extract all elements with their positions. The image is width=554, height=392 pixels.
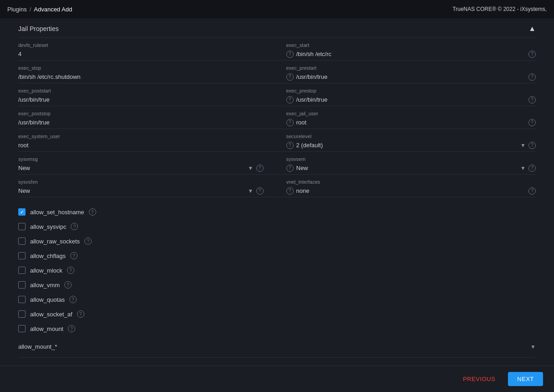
checkbox-help-allow_mount[interactable]: ?: [68, 325, 75, 332]
exec-prestart-value: /usr/bin/true: [296, 72, 328, 81]
exec-poststop-value: /usr/bin/true: [18, 118, 264, 127]
exec-prestart-help-icon[interactable]: ?: [286, 73, 294, 81]
checkbox-label-allow_socket_af: allow_socket_af: [30, 311, 72, 318]
exec-start-value: /bin/sh /etc/rc: [296, 50, 331, 58]
jail-properties-section-header: Jail Properties ▲: [18, 18, 536, 38]
checkbox-row-allow_quotas: allow_quotas?: [18, 292, 536, 307]
exec-start-help-icon[interactable]: ?: [286, 51, 294, 58]
breadcrumb-current: Advanced Add: [34, 6, 72, 13]
exec-jail-user-with-help: ? root: [286, 118, 306, 127]
sysvmsg-help-icon[interactable]: ?: [256, 165, 264, 172]
exec-start-with-help: ? /bin/sh /etc/rc: [286, 50, 331, 58]
exec-jail-user-help-icon[interactable]: ?: [286, 119, 294, 126]
checkbox-help-allow_mlock[interactable]: ?: [67, 267, 74, 274]
sysvshm-value: New: [18, 186, 30, 195]
checkbox-help-allow_socket_af[interactable]: ?: [77, 310, 84, 318]
exec-prestop-with-help: ? /usr/bin/true: [286, 95, 328, 104]
securelevel-label: securelevel: [286, 134, 536, 139]
securelevel-help-icon-right[interactable]: ?: [528, 142, 536, 149]
exec-start-cell: exec_start ? /bin/sh /etc/rc ?: [277, 38, 536, 61]
exec-start-label: exec_start: [286, 42, 536, 48]
allow-mount-field: allow_mount_*▼: [18, 340, 536, 354]
checkbox-row-allow_raw_sockets: allow_raw_sockets?: [18, 234, 536, 248]
checkbox-label-allow_quotas: allow_quotas: [30, 296, 65, 303]
sysvshm-dropdown-arrow[interactable]: ▼: [248, 188, 254, 194]
exec-prestop-help-icon[interactable]: ?: [286, 96, 294, 103]
devfs-ruleset-value: 4: [18, 50, 264, 58]
vnet-interfaces-row: ? none ?: [286, 186, 536, 195]
sysvsem-help-icon-left[interactable]: ?: [286, 165, 294, 172]
checkbox-label-allow_vmm: allow_vmm: [30, 282, 60, 289]
checkbox-row-allow_chflags: allow_chflags?: [18, 248, 536, 263]
checkbox-help-allow_quotas[interactable]: ?: [69, 296, 77, 303]
checkbox-allow_set_hostname[interactable]: [18, 208, 26, 216]
checkbox-row-allow_vmm: allow_vmm?: [18, 278, 536, 292]
exec-jail-user-label: exec_jail_user: [286, 111, 536, 116]
allow-mount-dropdown-arrow[interactable]: ▼: [530, 344, 536, 350]
exec-stop-label: exec_stop: [18, 65, 264, 71]
exec-prestart-help-icon-right[interactable]: ?: [528, 73, 536, 81]
exec-poststart-label: exec_poststart: [18, 88, 264, 93]
checkbox-allow_raw_sockets[interactable]: [18, 237, 26, 245]
securelevel-help-icon[interactable]: ?: [286, 142, 294, 149]
checkbox-allow_chflags[interactable]: [18, 252, 26, 259]
checkbox-allow_mlock[interactable]: [18, 267, 26, 274]
checkbox-help-allow_vmm[interactable]: ?: [64, 281, 72, 289]
sysvshm-label: sysvshm: [18, 179, 264, 185]
sysvsem-with-help: ? New: [286, 164, 308, 172]
checkbox-row-allow_socket_af: allow_socket_af?: [18, 307, 536, 321]
exec-poststop-label: exec_poststop: [18, 111, 264, 116]
exec-prestart-with-help: ? /usr/bin/true: [286, 72, 328, 81]
sysvsem-help-icon-right[interactable]: ?: [528, 165, 536, 172]
collapse-button[interactable]: ▲: [528, 25, 536, 33]
securelevel-row: ? 2 (default) ▼ ?: [286, 141, 536, 150]
checkbox-allow_vmm[interactable]: [18, 281, 26, 289]
sysvsem-row: ? New ▼ ?: [286, 164, 536, 172]
main-content: Jail Properties ▲ devfs_ruleset 4 exec_s…: [0, 18, 554, 366]
exec-start-help-icon-right[interactable]: ?: [528, 51, 536, 58]
checkbox-label-allow_set_hostname: allow_set_hostname: [30, 209, 84, 216]
exec-system-user-cell: exec_system_user root: [18, 129, 277, 152]
checkbox-allow_socket_af[interactable]: [18, 310, 26, 318]
checkbox-row-allow_mlock: allow_mlock?: [18, 263, 536, 278]
topbar: Plugins / Advanced Add TrueNAS CORE® © 2…: [0, 0, 554, 18]
checkbox-row-allow_set_hostname: allow_set_hostname?: [18, 205, 536, 219]
checkbox-allow_mount[interactable]: [18, 325, 26, 332]
sysvshm-help-icon[interactable]: ?: [256, 187, 264, 195]
allow-mount-dropdown-row: allow_mount_*▼: [18, 340, 536, 358]
checkbox-row-allow_mount: allow_mount?: [18, 321, 536, 336]
breadcrumb-separator: /: [30, 6, 31, 13]
jail-properties-form: devfs_ruleset 4 exec_start ? /bin/sh /et…: [18, 38, 536, 197]
exec-jail-user-help-icon-right[interactable]: ?: [528, 119, 536, 126]
checkbox-help-allow_raw_sockets[interactable]: ?: [84, 237, 92, 245]
exec-prestop-cell: exec_prestop ? /usr/bin/true ?: [277, 83, 536, 106]
sysvmsg-row: New ▼ ?: [18, 164, 264, 172]
checkbox-label-allow_mlock: allow_mlock: [30, 267, 62, 274]
checkbox-allow_sysvipc[interactable]: [18, 223, 26, 230]
breadcrumb-plugins-link[interactable]: Plugins: [7, 6, 27, 13]
checkbox-allow_quotas[interactable]: [18, 296, 26, 303]
sysvmsg-dropdown-arrow[interactable]: ▼: [248, 165, 254, 171]
exec-poststop-cell: exec_poststop /usr/bin/true: [18, 106, 277, 129]
checkbox-help-allow_sysvipc[interactable]: ?: [71, 223, 78, 230]
next-button[interactable]: NEXT: [508, 372, 543, 386]
exec-stop-value: /bin/sh /etc/rc.shutdown: [18, 72, 264, 81]
sysvsem-cell: sysvsem ? New ▼ ?: [277, 152, 536, 175]
vnet-interfaces-help-icon-right[interactable]: ?: [528, 187, 536, 195]
checkbox-help-allow_chflags[interactable]: ?: [70, 252, 78, 259]
sysvsem-dropdown-arrow[interactable]: ▼: [520, 165, 526, 171]
sysvshm-cell: sysvshm New ▼ ?: [18, 175, 277, 197]
vnet-interfaces-label: vnet_interfaces: [286, 179, 536, 185]
exec-prestop-help-icon-right[interactable]: ?: [528, 96, 536, 103]
exec-prestop-row: ? /usr/bin/true ?: [286, 95, 536, 104]
securelevel-value: 2 (default): [296, 141, 323, 150]
securelevel-with-help: ? 2 (default): [286, 141, 323, 150]
exec-prestart-cell: exec_prestart ? /usr/bin/true ?: [277, 61, 536, 83]
exec-prestop-label: exec_prestop: [286, 88, 536, 93]
previous-button[interactable]: PREVIOUS: [456, 372, 502, 386]
checkbox-row-allow_sysvipc: allow_sysvipc?: [18, 219, 536, 234]
vnet-interfaces-help-icon-left[interactable]: ?: [286, 187, 294, 195]
checkbox-section: allow_set_hostname?allow_sysvipc?allow_r…: [18, 197, 536, 365]
checkbox-help-allow_set_hostname[interactable]: ?: [89, 208, 96, 216]
securelevel-dropdown-arrow[interactable]: ▼: [520, 142, 526, 149]
